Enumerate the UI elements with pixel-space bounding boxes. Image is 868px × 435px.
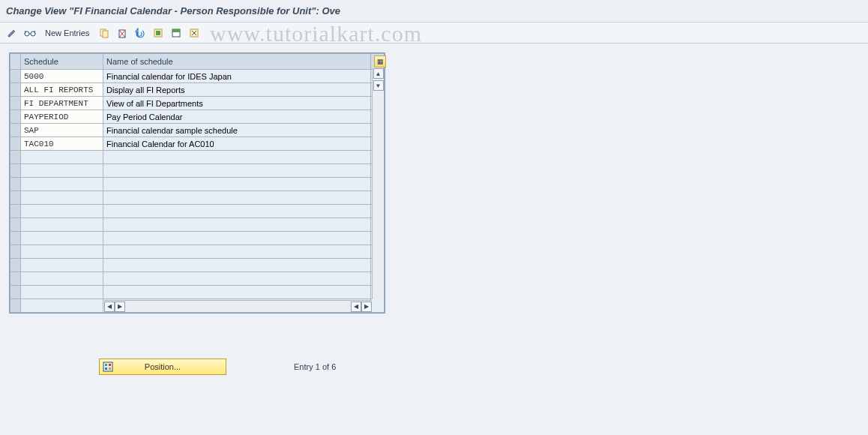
scroll-track[interactable]: [373, 92, 384, 299]
table-row[interactable]: [10, 178, 385, 191]
select-block-icon[interactable]: [169, 26, 184, 40]
table-row[interactable]: [10, 272, 385, 286]
schedule-cell[interactable]: [21, 245, 103, 259]
table-row[interactable]: [10, 191, 385, 205]
schedule-cell[interactable]: FI DEPARTMENT: [21, 97, 103, 110]
schedule-cell[interactable]: 5000: [21, 70, 103, 83]
toggle-icon[interactable]: [4, 26, 19, 40]
delete-icon[interactable]: [115, 26, 130, 40]
spacer-cell: [371, 299, 385, 313]
row-selector[interactable]: [10, 232, 21, 245]
schedule-cell[interactable]: PAYPERIOD: [21, 110, 103, 124]
deselect-all-icon[interactable]: [187, 26, 202, 40]
name-cell[interactable]: Financial Calendar for AC010: [103, 137, 371, 151]
svg-rect-14: [109, 368, 111, 370]
table-row[interactable]: [10, 259, 385, 272]
row-selector[interactable]: [10, 299, 21, 313]
table-row[interactable]: [10, 151, 385, 164]
table-row[interactable]: [10, 286, 385, 299]
row-selector-header: [10, 54, 21, 70]
title-bar: Change View "FI Financial Calendar - Per…: [0, 0, 868, 22]
horizontal-scrollbar[interactable]: ◀ ▶ ◀ ▶: [104, 300, 372, 312]
name-cell[interactable]: [103, 259, 371, 272]
content-area: Schedule Name of schedule ▦ 5000Financia…: [0, 44, 868, 384]
row-selector[interactable]: [10, 191, 21, 205]
row-selector[interactable]: [10, 259, 21, 272]
name-cell[interactable]: View of all FI Departments: [103, 97, 371, 110]
table-row[interactable]: [10, 232, 385, 245]
table-row[interactable]: [10, 245, 385, 259]
table-row[interactable]: TAC010Financial Calendar for AC010: [10, 137, 385, 151]
name-cell[interactable]: [103, 218, 371, 232]
name-cell[interactable]: [103, 178, 371, 191]
row-selector[interactable]: [10, 205, 21, 218]
schedule-cell[interactable]: [21, 205, 103, 218]
svg-rect-3: [103, 31, 108, 38]
schedule-cell[interactable]: [21, 299, 103, 313]
name-cell[interactable]: [103, 205, 371, 218]
row-selector[interactable]: [10, 110, 21, 124]
row-selector[interactable]: [10, 137, 21, 151]
svg-rect-11: [105, 364, 107, 366]
table-row[interactable]: 5000Financial calendar for IDES Japan: [10, 70, 385, 83]
name-cell[interactable]: [103, 286, 371, 299]
row-selector[interactable]: [10, 286, 21, 299]
table-row[interactable]: [10, 205, 385, 218]
name-cell[interactable]: [103, 272, 371, 286]
scroll-down-icon[interactable]: ▼: [373, 80, 384, 91]
row-selector[interactable]: [10, 272, 21, 286]
schedule-cell[interactable]: [21, 178, 103, 191]
name-cell[interactable]: Financial calendar sample schedule: [103, 124, 371, 137]
position-button[interactable]: Position...: [99, 358, 226, 375]
row-selector[interactable]: [10, 151, 21, 164]
name-cell[interactable]: [103, 232, 371, 245]
table-row[interactable]: [10, 164, 385, 178]
table-row[interactable]: SAPFinancial calendar sample schedule: [10, 124, 385, 137]
scroll-right-icon[interactable]: ▶: [361, 302, 372, 312]
name-cell[interactable]: Pay Period Calendar: [103, 110, 371, 124]
scroll-left-end-icon[interactable]: ◀: [351, 302, 361, 312]
name-cell[interactable]: Financial calendar for IDES Japan: [103, 70, 371, 83]
glasses-icon[interactable]: [22, 26, 37, 40]
row-selector[interactable]: [10, 245, 21, 259]
schedule-cell[interactable]: [21, 164, 103, 178]
name-cell[interactable]: [103, 245, 371, 259]
row-selector[interactable]: [10, 124, 21, 137]
schedule-cell[interactable]: [21, 151, 103, 164]
table-settings-icon[interactable]: ▦: [374, 56, 386, 68]
table-row[interactable]: FI DEPARTMENTView of all FI Departments: [10, 97, 385, 110]
row-selector[interactable]: [10, 164, 21, 178]
select-all-icon[interactable]: [151, 26, 166, 40]
new-entries-button[interactable]: New Entries: [40, 27, 94, 39]
vertical-scrollbar[interactable]: ▲ ▼: [372, 68, 384, 299]
name-cell[interactable]: [103, 191, 371, 205]
row-selector[interactable]: [10, 70, 21, 83]
svg-rect-13: [105, 368, 107, 370]
name-header[interactable]: Name of schedule: [103, 54, 371, 70]
table-row[interactable]: [10, 218, 385, 232]
schedule-cell[interactable]: [21, 191, 103, 205]
scroll-left-icon[interactable]: ◀: [104, 302, 115, 312]
name-cell[interactable]: [103, 151, 371, 164]
table-row[interactable]: ALL FI REPORTSDisplay all FI Reports: [10, 83, 385, 97]
scroll-up-icon[interactable]: ▲: [373, 68, 384, 79]
schedule-cell[interactable]: [21, 218, 103, 232]
row-selector[interactable]: [10, 218, 21, 232]
schedule-header[interactable]: Schedule: [21, 54, 103, 70]
schedule-cell[interactable]: ALL FI REPORTS: [21, 83, 103, 97]
name-cell[interactable]: [103, 164, 371, 178]
undo-icon[interactable]: [133, 26, 148, 40]
scroll-right-step-icon[interactable]: ▶: [115, 302, 125, 312]
row-selector[interactable]: [10, 83, 21, 97]
schedule-cell[interactable]: [21, 232, 103, 245]
copy-icon[interactable]: [97, 26, 112, 40]
schedule-cell[interactable]: [21, 259, 103, 272]
schedule-cell[interactable]: TAC010: [21, 137, 103, 151]
schedule-cell[interactable]: SAP: [21, 124, 103, 137]
row-selector[interactable]: [10, 178, 21, 191]
table-row[interactable]: PAYPERIODPay Period Calendar: [10, 110, 385, 124]
schedule-cell[interactable]: [21, 286, 103, 299]
row-selector[interactable]: [10, 97, 21, 110]
name-cell[interactable]: Display all FI Reports: [103, 83, 371, 97]
schedule-cell[interactable]: [21, 272, 103, 286]
